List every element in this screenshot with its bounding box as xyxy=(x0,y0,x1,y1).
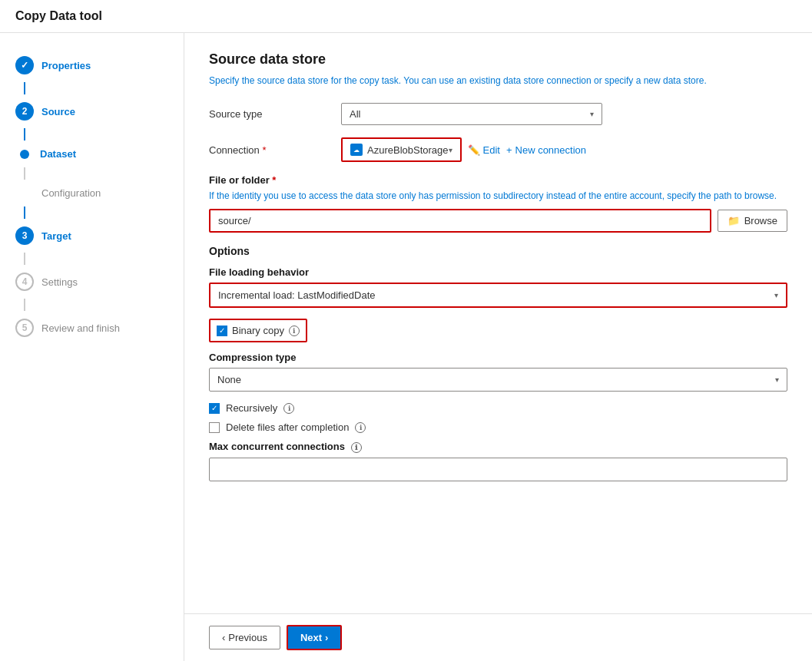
file-folder-required: * xyxy=(272,174,276,186)
compression-type-select[interactable]: None ▾ xyxy=(209,368,787,392)
sidebar-item-review[interactable]: 5 Review and finish xyxy=(0,311,184,345)
app-title: Copy Data tool xyxy=(15,9,102,22)
step-label-source: Source xyxy=(41,106,75,117)
footer: ‹ Previous Next › xyxy=(184,613,812,661)
file-folder-input[interactable] xyxy=(209,209,711,233)
connection-select-inner: ☁ AzureBlobStorage xyxy=(350,144,449,156)
connection-controls: ☁ AzureBlobStorage ▾ ✏️ Edit + New conne… xyxy=(341,137,586,162)
sidebar-item-target[interactable]: 3 Target xyxy=(0,219,184,253)
step-label-properties: Properties xyxy=(41,60,91,71)
content-area: Source data store Specify the source dat… xyxy=(184,33,812,661)
step-connector-6 xyxy=(24,299,25,311)
file-loading-chevron-icon: ▾ xyxy=(774,291,778,299)
browse-button[interactable]: 📁 Browse xyxy=(718,210,787,232)
page-title: Source data store xyxy=(209,51,787,68)
connection-row: Connection * ☁ AzureBlobStorage ▾ ✏️ Edi… xyxy=(209,137,787,162)
previous-chevron-icon: ‹ xyxy=(222,632,225,643)
step-label-target: Target xyxy=(41,230,71,242)
source-type-row: Source type All ▾ xyxy=(209,103,787,125)
recursively-row: Recursively ℹ xyxy=(209,402,787,414)
new-connection-plus-icon: + xyxy=(506,144,512,156)
step-circle-target: 3 xyxy=(15,226,34,245)
file-folder-hint: If the identity you use to access the da… xyxy=(209,189,787,203)
browse-folder-icon: 📁 xyxy=(727,215,740,226)
binary-copy-row[interactable]: Binary copy ℹ xyxy=(209,319,307,342)
compression-type-group: Compression type None ▾ xyxy=(209,352,787,392)
compression-chevron-icon: ▾ xyxy=(775,375,779,384)
sidebar-item-settings[interactable]: 4 Settings xyxy=(0,265,184,299)
delete-files-row: Delete files after completion ℹ xyxy=(209,421,787,433)
source-type-select[interactable]: All ▾ xyxy=(341,103,602,125)
connection-label: Connection * xyxy=(209,144,332,156)
max-connections-input[interactable] xyxy=(209,458,787,481)
edit-pencil-icon: ✏️ xyxy=(468,144,480,156)
binary-copy-checkbox[interactable] xyxy=(217,326,227,336)
content-body: Source data store Specify the source dat… xyxy=(184,33,812,613)
sidebar-item-configuration[interactable]: Configuration xyxy=(0,180,184,207)
step-circle-review: 5 xyxy=(15,319,34,337)
compression-type-label: Compression type xyxy=(209,352,787,363)
sidebar-item-properties[interactable]: ✓ Properties xyxy=(0,48,184,82)
step-label-review: Review and finish xyxy=(41,322,120,334)
binary-copy-label: Binary copy xyxy=(232,325,284,336)
binary-copy-info-icon[interactable]: ℹ xyxy=(289,326,300,336)
compression-type-value: None xyxy=(217,374,241,385)
source-type-label: Source type xyxy=(209,108,332,120)
sidebar-item-source[interactable]: 2 Source xyxy=(0,94,184,128)
step-connector-4 xyxy=(24,207,25,219)
max-connections-label: Max concurrent connections ℹ xyxy=(209,441,787,453)
app-title-bar: Copy Data tool xyxy=(0,0,812,33)
file-loading-group: File loading behavior Incremental load: … xyxy=(209,266,787,308)
recursively-label: Recursively xyxy=(226,402,277,414)
step-label-settings: Settings xyxy=(41,276,78,288)
edit-link[interactable]: ✏️ Edit xyxy=(468,144,500,156)
file-input-row: 📁 Browse xyxy=(209,209,787,233)
file-loading-label: File loading behavior xyxy=(209,266,787,278)
step-circle-source: 2 xyxy=(15,102,34,121)
step-label-dataset: Dataset xyxy=(40,148,76,160)
delete-files-label: Delete files after completion xyxy=(226,421,349,433)
file-loading-select[interactable]: Incremental load: LastModifiedDate ▾ xyxy=(209,283,787,308)
source-type-value: All xyxy=(350,108,360,120)
step-connector-1 xyxy=(24,82,25,94)
step-circle-settings: 4 xyxy=(15,273,34,291)
delete-files-info-icon[interactable]: ℹ xyxy=(355,422,366,433)
next-chevron-icon: › xyxy=(325,632,328,643)
recursively-checkbox[interactable] xyxy=(209,403,220,414)
step-connector-2 xyxy=(24,128,25,140)
options-title: Options xyxy=(209,245,787,257)
connection-select[interactable]: ☁ AzureBlobStorage ▾ xyxy=(341,137,462,162)
file-loading-value: Incremental load: LastModifiedDate xyxy=(218,289,376,301)
page-desc: Specify the source data store for the co… xyxy=(209,74,787,88)
step-circle-properties: ✓ xyxy=(15,56,34,74)
max-connections-group: Max concurrent connections ℹ xyxy=(209,441,787,481)
blob-storage-icon: ☁ xyxy=(350,144,363,156)
file-folder-label: File or folder * xyxy=(209,174,787,186)
step-label-configuration: Configuration xyxy=(41,187,101,199)
delete-files-checkbox[interactable] xyxy=(209,422,220,433)
step-circle-dataset xyxy=(20,150,29,159)
connection-value: AzureBlobStorage xyxy=(367,144,449,156)
new-connection-link[interactable]: + New connection xyxy=(506,144,586,156)
step-connector-5 xyxy=(24,253,25,265)
sidebar: ✓ Properties 2 Source Dataset Configurat… xyxy=(0,33,184,661)
connection-required: * xyxy=(262,144,266,156)
source-type-chevron-icon: ▾ xyxy=(590,110,594,118)
connection-chevron-icon: ▾ xyxy=(449,146,452,154)
next-button[interactable]: Next › xyxy=(287,625,343,650)
sidebar-item-dataset[interactable]: Dataset xyxy=(0,140,184,167)
previous-button[interactable]: ‹ Previous xyxy=(209,626,280,649)
recursively-info-icon[interactable]: ℹ xyxy=(283,403,294,414)
max-connections-info-icon[interactable]: ℹ xyxy=(351,442,362,453)
step-connector-3 xyxy=(24,167,25,180)
